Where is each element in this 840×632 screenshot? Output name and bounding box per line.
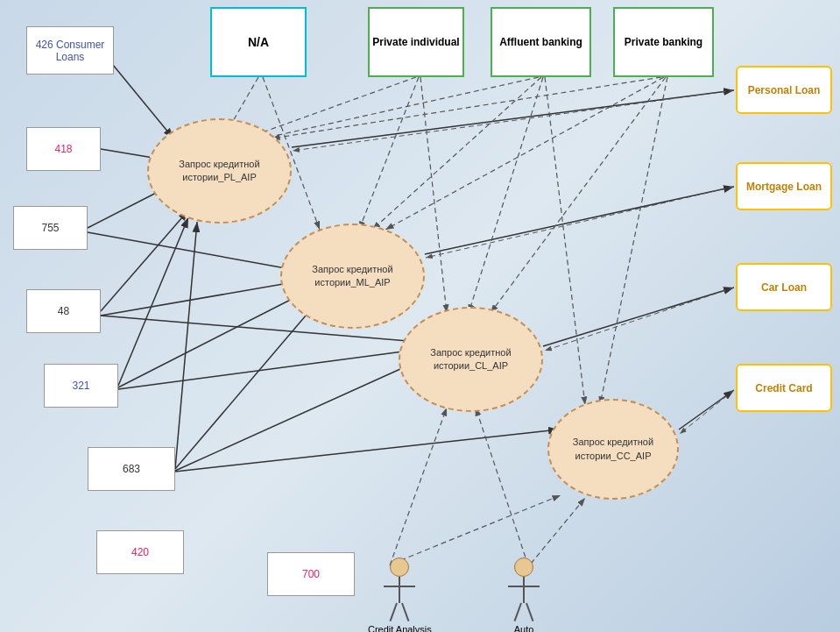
svg-line-31 [491,77,666,313]
box-personal-loan: Personal Loan [736,66,832,114]
svg-line-23 [359,77,419,230]
svg-line-18 [543,288,734,346]
svg-line-35 [476,408,528,565]
svg-line-27 [469,77,543,313]
svg-line-11 [175,292,326,469]
svg-line-38 [426,187,734,258]
box-420: 420 [96,530,184,574]
box-private-individual: Private individual [368,7,464,77]
svg-line-8 [88,232,305,272]
actor-credit-head [390,557,409,577]
svg-line-15 [175,430,559,472]
ellipse-cl-aip: Запрос кредитной истории_CL_AIP [399,307,543,412]
ellipse-cc-aip: Запрос кредитной истории_CC_AIP [547,399,679,500]
ellipse-ml-aip: Запрос кредитной истории_ML_AIP [280,224,425,329]
svg-line-28 [545,77,585,405]
box-321: 321 [44,364,118,408]
actor-credit-label: Credit Analysis [368,624,432,632]
svg-line-4 [88,188,165,228]
svg-line-7 [175,222,197,469]
svg-line-39 [545,288,734,351]
box-418: 418 [26,127,101,171]
svg-line-40 [680,390,734,434]
box-426-consumer-loans: 426 Consumer Loans [26,26,114,75]
svg-line-22 [245,77,416,138]
box-48: 48 [26,289,101,333]
svg-line-16 [292,90,734,147]
ellipse-pl-aip: Запрос кредитной истории_PL_AIP [147,118,292,224]
svg-line-25 [263,77,539,138]
svg-line-19 [679,390,734,430]
box-683: 683 [88,447,175,491]
box-700: 700 [267,552,355,596]
svg-line-26 [372,77,541,230]
svg-line-6 [118,217,188,386]
box-mortgage-loan: Mortgage Loan [736,162,832,210]
svg-line-13 [118,349,423,389]
svg-line-14 [175,357,427,471]
box-755: 755 [13,206,88,250]
svg-line-5 [101,210,188,311]
actor-auto-head [514,557,533,577]
box-credit-card: Credit Card [736,364,832,412]
actor-auto-label: Auto [514,624,534,632]
actor-credit-analysis: Credit Analysis [368,557,432,632]
box-private-banking: Private banking [613,7,714,77]
svg-line-34 [392,495,561,564]
box-na: N/A [210,7,307,77]
box-car-loan: Car Loan [736,263,832,311]
svg-line-37 [293,90,734,151]
svg-line-17 [425,187,734,254]
svg-line-32 [600,77,667,405]
svg-line-29 [272,77,661,138]
svg-line-36 [531,498,585,564]
actor-auto: Auto [508,557,540,632]
svg-line-33 [390,408,447,565]
box-affluent-banking: Affluent banking [491,7,591,77]
svg-line-30 [385,77,664,230]
